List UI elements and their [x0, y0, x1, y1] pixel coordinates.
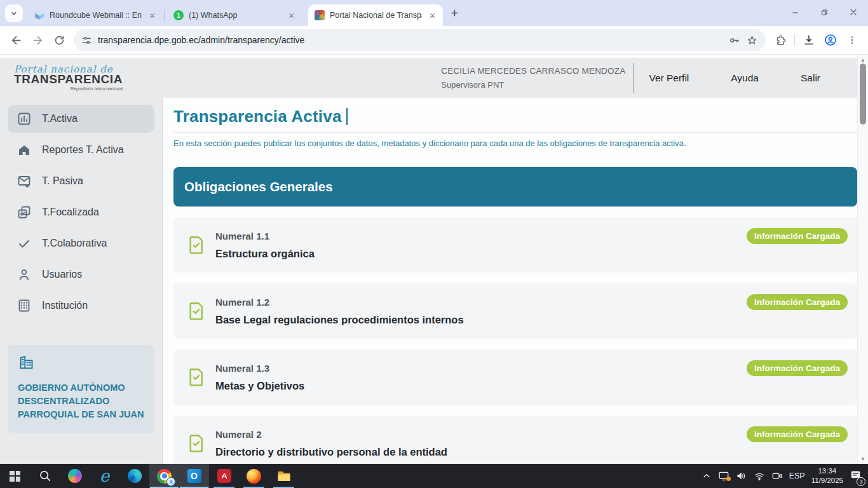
- toolbar-divider: [794, 34, 795, 46]
- obligation-list: Numeral 1.1 Estructura orgánica Informac…: [173, 217, 857, 464]
- list-item-numeral-1-3[interactable]: Numeral 1.3 Metas y Objetivos Informació…: [173, 349, 857, 405]
- sidebar-nav: T.Activa Reportes T. Activa T. Pasiva T.…: [0, 98, 162, 320]
- start-button[interactable]: [0, 464, 30, 488]
- document-check-icon: [187, 367, 205, 387]
- tab-whatsapp[interactable]: 1 (1) WhatsApp: [167, 4, 302, 26]
- taskbar-edge-button[interactable]: [119, 464, 149, 488]
- bookmark-star-icon[interactable]: [746, 34, 758, 46]
- tab-close-button[interactable]: [427, 10, 438, 21]
- meet-now-camera-icon[interactable]: [771, 470, 783, 482]
- user-name: CECILIA MERCEDES CARRASCO MENDOZA: [441, 66, 625, 76]
- new-tab-button[interactable]: [445, 4, 463, 22]
- tab-portal-active[interactable]: Portal Nacional de Transparenci: [308, 4, 443, 26]
- menu-button[interactable]: [841, 29, 863, 51]
- sidebar-item-usuarios[interactable]: Usuarios: [8, 261, 154, 288]
- tab-title: (1) WhatsApp: [189, 11, 281, 20]
- list-item-numeral-1-1[interactable]: Numeral 1.1 Estructura orgánica Informac…: [173, 217, 857, 273]
- tab-close-button[interactable]: [147, 10, 158, 21]
- sidebar-item-label: T.Focalizada: [42, 207, 99, 218]
- taskbar-file-explorer-button[interactable]: [269, 464, 299, 488]
- copilot-icon: [68, 469, 82, 483]
- page-scrollbar[interactable]: ▲ ▼: [857, 55, 868, 464]
- building-icon: [17, 298, 32, 313]
- back-button[interactable]: [5, 29, 27, 51]
- ayuda-link[interactable]: Ayuda: [731, 72, 759, 84]
- profile-avatar-icon: [824, 33, 837, 47]
- bar-chart-icon: [17, 111, 32, 126]
- taskbar-acrobat-button[interactable]: [209, 464, 239, 488]
- reload-button[interactable]: [48, 29, 70, 51]
- numeral-label: Numeral 1.3: [215, 363, 304, 374]
- text-cursor: [346, 108, 348, 125]
- taskbar: e O: [0, 464, 868, 488]
- acrobat-icon: [217, 469, 231, 483]
- sidebar-item-institucion[interactable]: Institución: [8, 292, 154, 320]
- document-check-icon: [187, 301, 205, 321]
- taskbar-internet-explorer-button[interactable]: e: [90, 464, 119, 488]
- main-content: Transparencia Activa En esta sección pue…: [163, 98, 857, 464]
- whatsapp-icon: 1: [173, 10, 184, 20]
- ver-perfil-link[interactable]: Ver Perfil: [649, 72, 689, 84]
- header-links: Ver Perfil Ayuda Salir: [649, 72, 820, 84]
- roundcube-icon: [34, 10, 44, 20]
- wifi-icon[interactable]: [754, 470, 765, 482]
- chrome-profile-badge-icon: [166, 477, 175, 486]
- action-center-button[interactable]: 3: [850, 469, 862, 484]
- tab-close-button[interactable]: [286, 10, 297, 21]
- minimize-button[interactable]: [780, 0, 810, 24]
- header-divider: [633, 63, 634, 93]
- forward-button[interactable]: [27, 29, 48, 51]
- check-icon: [17, 236, 32, 251]
- password-key-icon[interactable]: [728, 34, 740, 46]
- sidebar-item-t-activa[interactable]: T.Activa: [8, 105, 154, 133]
- portal-icon: [315, 10, 325, 20]
- organization-card[interactable]: GOBIERNO AUTÓNOMO DESCENTRALIZADO PARROQ…: [8, 345, 154, 433]
- tab-roundcube[interactable]: Roundcube Webmail :: Entrada: [28, 4, 163, 26]
- address-bar[interactable]: transparencia.dpe.gob.ec/admin/transpare…: [74, 29, 766, 51]
- tab-list-chevron-button[interactable]: [5, 4, 23, 22]
- taskbar-firefox-button[interactable]: [239, 464, 269, 488]
- sidebar-item-t-focalizada[interactable]: T.Focalizada: [8, 198, 154, 226]
- taskbar-clock[interactable]: 13:34 11/9/2025: [811, 466, 843, 485]
- tray-chevron-up-icon[interactable]: [702, 471, 712, 481]
- extensions-button[interactable]: [770, 29, 791, 51]
- close-icon: [288, 12, 295, 19]
- portal-logo: Portal nacional de TRANSPARENCIA Reposit…: [14, 65, 123, 91]
- section-header-banner: Obligaciones Generales: [173, 167, 857, 207]
- restore-button[interactable]: [810, 0, 839, 24]
- taskbar-search-button[interactable]: [30, 464, 60, 488]
- taskbar-outlook-button[interactable]: O: [179, 464, 209, 488]
- sidebar-item-t-colaborativa[interactable]: T.Colaborativa: [8, 229, 154, 257]
- system-tray: ESP 13:34 11/9/2025 3: [702, 464, 868, 488]
- site-settings-icon: [81, 35, 92, 46]
- taskbar-chrome-button[interactable]: [149, 464, 179, 488]
- list-item-numeral-1-2[interactable]: Numeral 1.2 Base Legal regulaciones proc…: [173, 283, 857, 339]
- scrollbar-thumb[interactable]: [860, 64, 866, 125]
- language-indicator[interactable]: ESP: [789, 471, 805, 480]
- site-header: Portal nacional de TRANSPARENCIA Reposit…: [0, 58, 857, 98]
- taskbar-copilot-button[interactable]: [60, 464, 90, 488]
- list-item-numeral-2[interactable]: Numeral 2 Directorio y distributivo pers…: [173, 416, 857, 464]
- window-controls: [780, 0, 868, 24]
- chevron-down-icon: [10, 9, 18, 18]
- url-text[interactable]: transparencia.dpe.gob.ec/admin/transpare…: [98, 35, 722, 45]
- sidebar-item-label: T.Colaborativa: [42, 238, 107, 249]
- page-title: Transparencia Activa: [173, 107, 342, 126]
- sidebar-item-reportes-t-activa[interactable]: Reportes T. Activa: [8, 136, 154, 164]
- close-window-button[interactable]: [839, 0, 868, 24]
- clock-time: 13:34: [811, 466, 843, 476]
- list-item-text: Numeral 1.3 Metas y Objetivos: [215, 363, 304, 392]
- salir-link[interactable]: Salir: [801, 72, 820, 84]
- sidebar-item-t-pasiva[interactable]: T. Pasiva: [8, 167, 154, 195]
- close-icon: [429, 12, 436, 19]
- volume-icon[interactable]: [736, 470, 747, 482]
- clock-date: 11/9/2025: [811, 476, 843, 485]
- organization-building-icon: [18, 354, 35, 371]
- scroll-down-arrow[interactable]: ▼: [858, 454, 868, 464]
- back-icon: [10, 34, 23, 47]
- profile-button[interactable]: [820, 29, 841, 51]
- downloads-button[interactable]: [798, 29, 820, 51]
- copy-check-icon: [17, 205, 32, 220]
- close-icon: [149, 12, 156, 19]
- tray-update-button[interactable]: [718, 470, 729, 482]
